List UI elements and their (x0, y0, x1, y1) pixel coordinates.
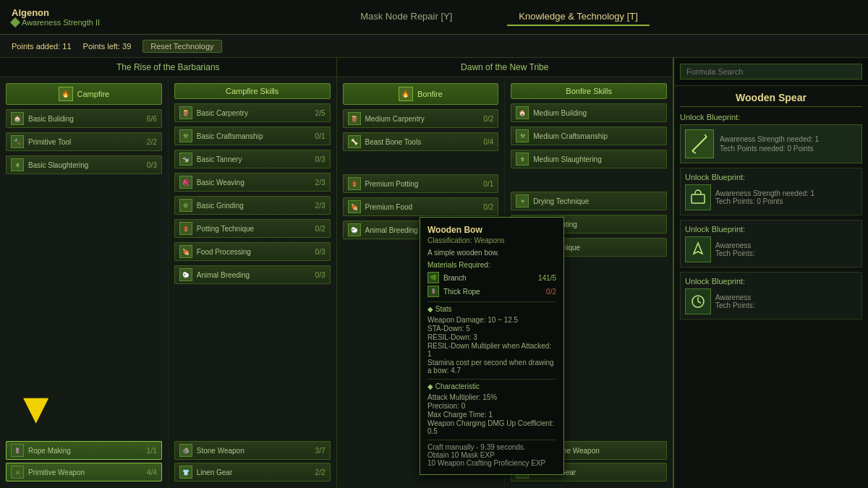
unlock-item-info-1: Awareness Strength needed: 1 Tech Points… (715, 189, 814, 205)
basic-tannery-icon: 🐄 (179, 153, 192, 166)
tech-rope-making[interactable]: 🪢 Rope Making 1/1 (6, 441, 162, 460)
basic-weaving-label: Basic Weaving (197, 179, 311, 187)
tech-food-processing[interactable]: 🍖 Food Processing 0/3 (174, 242, 331, 261)
stone-weapon-count: 3/7 (315, 447, 326, 455)
char-max-charge: Max Charge Time: 1 (427, 411, 556, 419)
craft-info-section: Craft manually - 9.39 seconds. Obtain 10… (427, 440, 556, 467)
craft-mask-exp: Obtain 10 Mask EXP (427, 451, 556, 459)
tech-basic-weaving[interactable]: 🧶 Basic Weaving 2/3 (174, 173, 331, 192)
unlock-item-3: Awareness Tech Points: (685, 288, 857, 314)
tech-medium-carpentry[interactable]: 🪵 Medium Carpentry 0/2 (343, 109, 499, 128)
basic-craftsmanship-count: 0/1 (315, 132, 326, 140)
medium-carpentry-icon: 🪵 (348, 112, 361, 125)
unlock-item-2: Awareness Tech Points: (685, 236, 857, 262)
rope-making-count: 1/1 (147, 447, 157, 455)
materials-label: Materials Required: (427, 261, 556, 269)
tab-bar: Mask Node Repair [Y] Knowledge & Technol… (130, 8, 868, 26)
material-thick-rope: 🪢 Thick Rope 0/2 (427, 286, 556, 297)
primitive-tool-label: Primitive Tool (28, 138, 142, 146)
unlock-preview-1: Unlock Blueprint: Awareness Strength nee… (680, 168, 862, 215)
tab-mask-repair[interactable]: Mask Node Repair [Y] (349, 8, 464, 26)
top-bar: Algenon Awareness Strength II Mask Node … (0, 0, 868, 35)
tech-medium-slaughtering[interactable]: 🗡 Medium Slaughtering (511, 150, 667, 168)
tech-tree-area: The Rise of the Barbarians Dawn of the N… (0, 58, 673, 488)
unlock-item-icon-1 (685, 184, 711, 210)
basic-slaughtering-count: 0/3 (147, 161, 157, 169)
campfire-icon: 🔥 (59, 87, 73, 101)
right-panel: Wooden Spear Unlock Blueprint: Awareness… (673, 58, 868, 488)
basic-slaughtering-label: Basic Slaughtering (28, 161, 142, 169)
blueprint-icon (685, 129, 714, 158)
main-content: The Rise of the Barbarians Dawn of the N… (0, 58, 868, 488)
tech-medium-building[interactable]: 🏠 Medium Building (511, 103, 667, 122)
tech-medium-craftsmanship[interactable]: ⚒ Medium Craftsmanship (511, 127, 667, 145)
tech-animal-breeding[interactable]: 🐑 Animal Breeding 0/3 (174, 265, 331, 284)
basic-building-icon: 🏠 (11, 112, 24, 125)
svg-line-1 (692, 151, 696, 153)
thick-rope-count: 0/2 (546, 288, 556, 296)
character-info: Algenon Awareness Strength II (0, 4, 130, 30)
search-bar (674, 58, 868, 86)
unlock-preview-2: Unlock Blueprint: Awareness Tech Points: (680, 220, 862, 267)
reset-technology-button[interactable]: Reset Technology (142, 40, 221, 53)
unlock-item-icon-3 (685, 288, 711, 314)
tech-linen-gear[interactable]: 👕 Linen Gear 2/2 (174, 463, 331, 481)
basic-craftsmanship-icon: ⚒ (179, 129, 192, 142)
tech-drying-technique[interactable]: ☀ Drying Technique (511, 192, 667, 210)
points-added-label: Points added: 11 (12, 42, 72, 51)
medium-building-label: Medium Building (533, 109, 662, 117)
tech-primitive-weapon[interactable]: ⚔ Primitive Weapon 4/4 (6, 463, 162, 481)
stat-sta-down: STA-Down: 5 (427, 325, 556, 333)
branch-icon: 🌿 (427, 272, 439, 283)
tech-stone-weapon[interactable]: 🪨 Stone Weapon 3/7 (174, 441, 331, 460)
tech-basic-slaughtering[interactable]: 🗡 Basic Slaughtering 0/3 (6, 155, 162, 174)
potting-technique-label: Potting Technique (197, 225, 311, 233)
tooltip-title: Wooden Bow (427, 225, 556, 235)
basic-grinding-label: Basic Grinding (197, 202, 311, 210)
characteristic-section: ◆ Characteristic Attack Multiplier: 15% … (427, 379, 556, 435)
svg-line-6 (698, 301, 701, 303)
tech-basic-tannery[interactable]: 🐄 Basic Tannery 0/3 (174, 150, 331, 168)
potting-technique-icon: 🏺 (179, 222, 192, 235)
yellow-arrow-down: ▼ (14, 387, 57, 430)
tech-points-needed: Tech Points needed: 0 Points (720, 145, 819, 153)
basic-tannery-label: Basic Tannery (197, 155, 311, 163)
stat-stamina-cost: Stamina cost per second when drawing a b… (427, 359, 556, 374)
tech-premium-potting[interactable]: 🏺 Premium Potting 0/1 (343, 174, 499, 193)
section-headers: The Rise of the Barbarians Dawn of the N… (0, 58, 673, 77)
campfire-crafts-column: Campfire Skills 🪵 Basic Carpentry 2/5 ⚒ … (169, 77, 336, 487)
basic-carpentry-count: 2/5 (315, 109, 326, 117)
food-processing-count: 0/3 (315, 248, 326, 256)
potting-technique-count: 0/2 (315, 225, 326, 233)
character-name: Algenon (12, 7, 119, 18)
formula-search-input[interactable] (680, 64, 862, 80)
basic-weaving-icon: 🧶 (179, 176, 192, 189)
tech-basic-carpentry[interactable]: 🪵 Basic Carpentry 2/5 (174, 103, 331, 122)
unlock-item-1: Awareness Strength needed: 1 Tech Points… (685, 184, 857, 210)
animal-breeding-label: Animal Breeding (197, 271, 311, 279)
basic-building-count: 6/6 (147, 115, 157, 123)
beast-bone-tools-icon: 🦴 (348, 135, 361, 148)
beast-bone-tools-label: Beast Bone Tools (365, 138, 480, 146)
tech-basic-building[interactable]: 🏠 Basic Building 6/6 (6, 109, 162, 128)
unlock-b-label-1: Unlock Blueprint: (685, 173, 857, 181)
bonfire-animal-breeding-icon: 🐑 (348, 223, 361, 236)
svg-rect-3 (692, 194, 705, 203)
premium-potting-label: Premium Potting (365, 180, 480, 188)
tech-potting-technique[interactable]: 🏺 Potting Technique 0/2 (174, 219, 331, 238)
unlock-b-label-2: Unlock Blueprint: (685, 225, 857, 234)
basic-grinding-count: 2/3 (315, 202, 326, 210)
unlock-b-label-3: Unlock Blueprint: (685, 277, 857, 286)
tech-beast-bone-tools[interactable]: 🦴 Beast Bone Tools 0/4 (343, 132, 499, 151)
tech-basic-craftsmanship[interactable]: ⚒ Basic Craftsmanship 0/1 (174, 127, 331, 145)
tech-primitive-tool[interactable]: 🔨 Primitive Tool 2/2 (6, 132, 162, 151)
stat-weapon-damage: Weapon Damage: 10 ~ 12.5 (427, 316, 556, 324)
tab-knowledge-tech[interactable]: Knowledge & Technology [T] (507, 8, 650, 26)
primitive-tool-icon: 🔨 (11, 135, 24, 148)
char-precision: Precision: 0 (427, 402, 556, 410)
tech-basic-grinding[interactable]: ⚙ Basic Grinding 2/3 (174, 196, 331, 215)
tech-premium-food[interactable]: 🍖 Premium Food 0/2 (343, 197, 499, 216)
beast-bone-tools-count: 0/4 (483, 138, 493, 146)
premium-potting-icon: 🏺 (348, 177, 361, 190)
item-title: Wooden Spear (680, 92, 862, 107)
